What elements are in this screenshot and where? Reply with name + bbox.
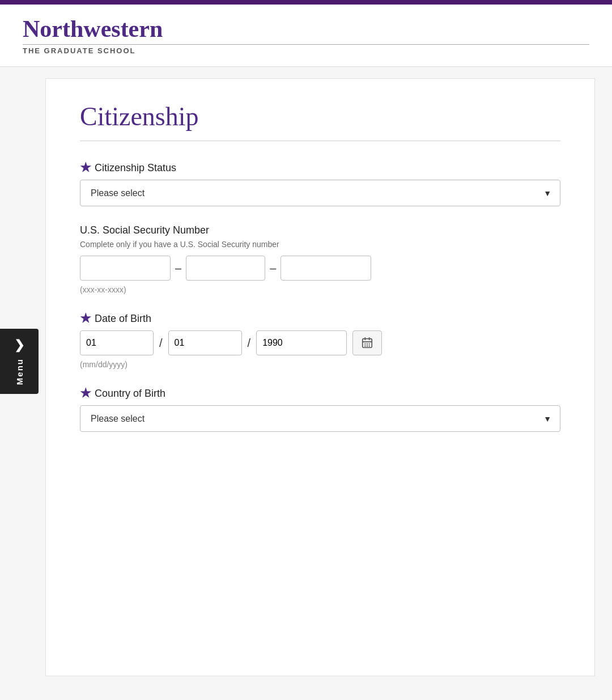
dob-month-input[interactable]	[80, 330, 154, 355]
content-area: Citizenship ★ Citizenship Status Please …	[45, 78, 595, 676]
citizenship-status-group: ★ Citizenship Status Please select ▼	[80, 162, 560, 206]
header: Northwestern THE GRADUATE SCHOOL	[0, 5, 612, 67]
ssn-part2-input[interactable]	[186, 256, 265, 281]
dob-group: ★ Date of Birth / /	[80, 312, 560, 369]
ssn-part3-input[interactable]	[280, 256, 371, 281]
dob-label-text: Date of Birth	[95, 313, 151, 325]
dob-inputs-container: / /	[80, 330, 560, 355]
ssn-separator-2: –	[270, 262, 276, 275]
ssn-group: U.S. Social Security Number Complete onl…	[80, 224, 560, 294]
country-of-birth-label: ★ Country of Birth	[80, 387, 560, 400]
logo-subtitle: THE GRADUATE SCHOOL	[23, 44, 589, 55]
country-of-birth-group: ★ Country of Birth Please select ▼	[80, 387, 560, 432]
main-wrapper: Citizenship ★ Citizenship Status Please …	[0, 67, 612, 688]
ssn-format: (xxx-xx-xxxx)	[80, 285, 560, 294]
side-menu-arrow-icon: ❯	[14, 338, 24, 353]
dob-calendar-button[interactable]	[352, 330, 382, 355]
ssn-part1-input[interactable]	[80, 256, 171, 281]
ssn-separator-1: –	[175, 262, 181, 275]
citizenship-status-select-wrapper: Please select ▼	[80, 180, 560, 206]
calendar-icon	[361, 337, 373, 349]
logo-name: Northwestern	[23, 16, 589, 42]
citizenship-status-required-star: ★	[80, 162, 91, 174]
country-of-birth-required-star: ★	[80, 387, 91, 400]
dob-separator-2: /	[248, 337, 251, 350]
dob-format: (mm/dd/yyyy)	[80, 360, 560, 369]
dob-year-input[interactable]	[256, 330, 347, 355]
dob-separator-1: /	[159, 337, 163, 350]
ssn-hint: Complete only if you have a U.S. Social …	[80, 240, 560, 249]
country-of-birth-select-wrapper: Please select ▼	[80, 405, 560, 432]
country-of-birth-select[interactable]: Please select	[80, 405, 560, 432]
dob-required-star: ★	[80, 312, 91, 325]
dob-label: ★ Date of Birth	[80, 312, 560, 325]
citizenship-status-select[interactable]: Please select	[80, 180, 560, 206]
dob-day-input[interactable]	[168, 330, 242, 355]
citizenship-status-label: ★ Citizenship Status	[80, 162, 560, 174]
ssn-inputs-container: – –	[80, 256, 560, 281]
country-of-birth-label-text: Country of Birth	[95, 388, 165, 400]
ssn-label: U.S. Social Security Number	[80, 224, 560, 236]
side-menu-label: Menu	[15, 358, 24, 385]
logo-container: Northwestern THE GRADUATE SCHOOL	[23, 16, 589, 55]
top-accent-bar	[0, 0, 612, 5]
citizenship-status-label-text: Citizenship Status	[95, 162, 176, 174]
side-menu-toggle[interactable]: ❯ Menu	[0, 329, 39, 394]
page-title: Citizenship	[80, 101, 560, 141]
